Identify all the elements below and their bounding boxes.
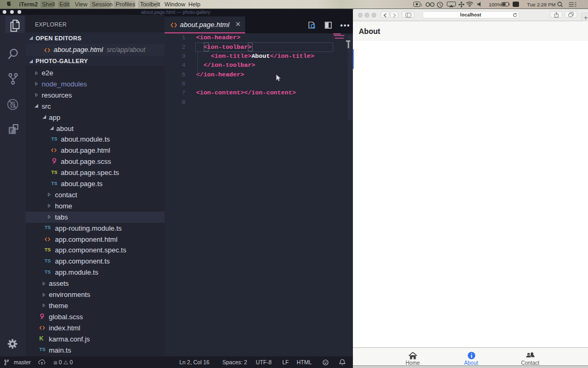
svg-text:1: 1: [420, 3, 422, 7]
